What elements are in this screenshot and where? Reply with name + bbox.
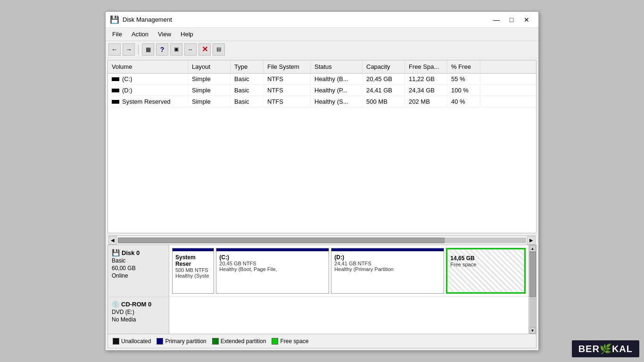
minimize-button[interactable]: — (489, 15, 504, 25)
disk-label-title: 💿 CD-ROM 0 (112, 301, 165, 308)
partition-detail2: Healthy (Boot, Page File, (219, 266, 326, 272)
cell-free: 202 MB (405, 96, 447, 107)
partition[interactable]: (D:)24,41 GB NTFSHealthy (Primary Partit… (331, 248, 444, 294)
cell-free: 24,34 GB (405, 85, 447, 96)
more-button[interactable]: ▤ (213, 43, 225, 56)
cell-pct: 40 % (447, 96, 480, 107)
disk-label-title: 💾 Disk 0 (112, 249, 165, 256)
v-scroll-track[interactable] (529, 252, 536, 327)
disk-management-window: 💾 Disk Management — □ ✕ File Action View… (105, 11, 539, 351)
title-bar: 💾 Disk Management — □ ✕ (106, 12, 538, 28)
scroll-track[interactable] (118, 238, 526, 243)
delete-button[interactable]: ✕ (198, 43, 211, 56)
volume-icon (112, 89, 119, 92)
back-button[interactable]: ← (108, 43, 121, 56)
partition-detail1: 20,45 GB NTFS (219, 261, 326, 266)
cell-fs: NTFS (264, 96, 311, 107)
menu-file[interactable]: File (107, 30, 127, 39)
cell-volume: (D:) (108, 85, 188, 96)
shrink-button[interactable]: ↔ (184, 43, 197, 56)
legend-item: Free space (272, 338, 308, 345)
help-button[interactable]: ? (156, 43, 168, 56)
disk-label: 💾 Disk 0Basic60,00 GBOnline (108, 245, 169, 296)
cell-fs: NTFS (264, 74, 311, 84)
close-button[interactable]: ✕ (520, 15, 534, 25)
table-row[interactable]: (C:)SimpleBasicNTFSHealthy (B...20,45 GB… (108, 74, 536, 85)
disk-label: 💿 CD-ROM 0DVD (E:)No Media (108, 297, 169, 334)
cell-capacity: 20,45 GB (363, 74, 405, 84)
menu-action[interactable]: Action (127, 30, 153, 39)
watermark: BER🌿KAL (572, 340, 639, 357)
v-scroll-thumb[interactable] (529, 252, 536, 297)
partition[interactable]: 14,65 GBFree space (446, 248, 526, 294)
partition[interactable]: System Reser500 MB NTFSHealthy (Syste (172, 248, 214, 294)
disk-type: DVD (E:) (112, 309, 165, 315)
cd-icon: 💿 (112, 301, 119, 308)
volume-icon (112, 77, 119, 81)
cell-pct: 100 % (447, 85, 480, 96)
legend-label: Free space (280, 338, 308, 345)
partition-bar (216, 248, 329, 251)
cell-status: Healthy (S... (311, 96, 363, 107)
extend-button[interactable]: ▣ (170, 43, 182, 56)
partition-detail1: 24,41 GB NTFS (334, 261, 441, 266)
partition[interactable]: (C:)20,45 GB NTFSHealthy (Boot, Page Fil… (216, 248, 329, 294)
cell-pct: 55 % (447, 74, 480, 84)
partition-detail1: Free space (450, 262, 521, 267)
v-scroll-up[interactable]: ▲ (529, 245, 536, 252)
disk-partitions (169, 297, 528, 334)
legend-label: Extended partition (221, 338, 266, 345)
col-header-layout: Layout (188, 60, 231, 73)
cell-volume: System Reserved (108, 96, 188, 107)
v-scroll-down[interactable]: ▼ (529, 327, 536, 334)
table-row[interactable]: (D:)SimpleBasicNTFSHealthy (P...24,41 GB… (108, 85, 536, 96)
scroll-right-button[interactable]: ▶ (527, 236, 536, 245)
legend-color-box (272, 338, 278, 345)
cell-capacity: 24,41 GB (363, 85, 405, 96)
content-area: Volume Layout Type File System Status Ca… (106, 58, 538, 350)
legend-label: Unallocated (121, 338, 151, 345)
scroll-left-button[interactable]: ◀ (108, 236, 117, 245)
legend-item: Primary partition (157, 338, 206, 345)
partition-detail2: Healthy (Syste (175, 273, 211, 279)
window-title: Disk Management (123, 16, 172, 23)
maximize-button[interactable]: □ (504, 15, 519, 25)
title-bar-left: 💾 Disk Management (110, 16, 172, 24)
menu-help[interactable]: Help (176, 30, 198, 39)
forward-button[interactable]: → (123, 43, 135, 56)
disk-row: 💾 Disk 0Basic60,00 GBOnlineSystem Reser5… (108, 245, 528, 297)
legend-color-box (212, 338, 219, 345)
table-row[interactable]: System ReservedSimpleBasicNTFSHealthy (S… (108, 96, 536, 107)
cell-fs: NTFS (264, 85, 311, 96)
cell-type: Basic (231, 74, 264, 84)
cell-type: Basic (231, 85, 264, 96)
legend-label: Primary partition (165, 338, 206, 345)
disk-area-inner: 💾 Disk 0Basic60,00 GBOnlineSystem Reser5… (108, 245, 528, 334)
properties-button[interactable]: ▦ (142, 43, 154, 56)
cell-free: 11,22 GB (405, 74, 447, 84)
volume-icon (112, 100, 119, 104)
cell-capacity: 500 MB (363, 96, 405, 107)
volume-table: Volume Layout Type File System Status Ca… (107, 60, 537, 233)
disk-size: 60,00 GB (112, 265, 165, 272)
table-header: Volume Layout Type File System Status Ca… (108, 60, 536, 74)
partition-detail2: Healthy (Primary Partition (334, 266, 441, 272)
cell-layout: Simple (188, 74, 231, 84)
partition-bar (331, 248, 444, 251)
toolbar-separator-1 (138, 44, 139, 55)
legend-item: Extended partition (212, 338, 266, 345)
partition-bar (173, 248, 214, 251)
h-scrollbar[interactable]: ◀ ▶ (107, 235, 537, 245)
disk-type: Basic (112, 257, 165, 264)
col-header-free: Free Spa... (405, 60, 447, 73)
scroll-thumb[interactable] (118, 238, 445, 243)
app-icon: 💾 (110, 16, 119, 24)
v-scrollbar[interactable]: ▲ ▼ (528, 245, 536, 334)
partition-name: 14,65 GB (450, 255, 521, 262)
col-header-status: Status (311, 60, 363, 73)
disk-visual-area: 💾 Disk 0Basic60,00 GBOnlineSystem Reser5… (107, 245, 537, 348)
partition-name: (D:) (334, 254, 441, 261)
col-header-volume: Volume (108, 60, 188, 73)
menu-view[interactable]: View (153, 30, 176, 39)
cell-volume: (C:) (108, 74, 188, 84)
